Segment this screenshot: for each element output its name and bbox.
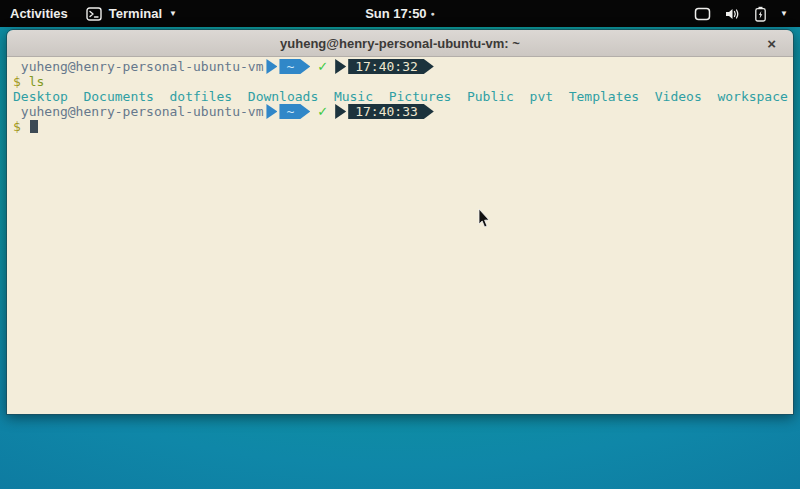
clock-label[interactable]: Sun 17:50 (365, 6, 426, 21)
powerline-arrow-icon (335, 104, 346, 119)
prompt-line: yuheng@henry-personal-ubuntu-vm ~ ✓ 17:4… (13, 104, 789, 119)
space (21, 74, 29, 89)
activities-button[interactable]: Activities (10, 6, 68, 21)
checkmark-icon: ✓ (317, 104, 328, 119)
powerline-arrow-icon (266, 104, 277, 119)
space (21, 119, 29, 134)
window-title: yuheng@henry-personal-ubuntu-vm: ~ (280, 36, 520, 51)
checkmark-icon: ✓ (317, 59, 328, 74)
directory-listing: Desktop Documents dotfiles Downloads Mus… (13, 89, 788, 104)
powerline-arrow-icon (266, 59, 277, 74)
prompt-symbol: $ (13, 119, 21, 134)
user-host-text: yuheng@henry-personal-ubuntu-vm (13, 104, 263, 119)
time-segment: 17:40:33 (348, 104, 434, 119)
command-text: ls (29, 74, 45, 89)
prompt-line: yuheng@henry-personal-ubuntu-vm ~ ✓ 17:4… (13, 59, 789, 74)
notification-dot: ● (431, 10, 435, 17)
app-menu-label: Terminal (109, 6, 162, 21)
terminal-screen[interactable]: yuheng@henry-personal-ubuntu-vm ~ ✓ 17:4… (7, 57, 793, 414)
cwd-segment: ~ (279, 104, 310, 119)
system-tray[interactable]: ▼ (694, 6, 800, 22)
ls-output-line: Desktop Documents dotfiles Downloads Mus… (13, 89, 789, 104)
time-segment: 17:40:32 (348, 59, 434, 74)
app-menu-terminal[interactable]: Terminal ▼ (86, 6, 177, 21)
close-icon[interactable]: × (762, 30, 781, 56)
cwd-segment: ~ (279, 59, 310, 74)
input-line[interactable]: $ (13, 119, 789, 134)
user-host-text: yuheng@henry-personal-ubuntu-vm (13, 59, 263, 74)
mouse-cursor (478, 209, 491, 232)
window-titlebar[interactable]: yuheng@henry-personal-ubuntu-vm: ~ × (7, 30, 793, 57)
terminal-cursor (30, 120, 38, 133)
chevron-down-icon: ▼ (169, 9, 177, 18)
terminal-app-icon (86, 7, 102, 21)
screen-icon (694, 7, 711, 21)
prompt-symbol: $ (13, 74, 21, 89)
command-line: $ ls (13, 74, 789, 89)
volume-icon (724, 7, 741, 21)
powerline-arrow-icon (335, 59, 346, 74)
top-bar: Activities Terminal ▼ Sun 17:50 ● (0, 0, 800, 27)
terminal-window: yuheng@henry-personal-ubuntu-vm: ~ × yuh… (6, 29, 794, 415)
battery-charging-icon (754, 6, 767, 22)
chevron-down-icon[interactable]: ▼ (780, 9, 788, 18)
